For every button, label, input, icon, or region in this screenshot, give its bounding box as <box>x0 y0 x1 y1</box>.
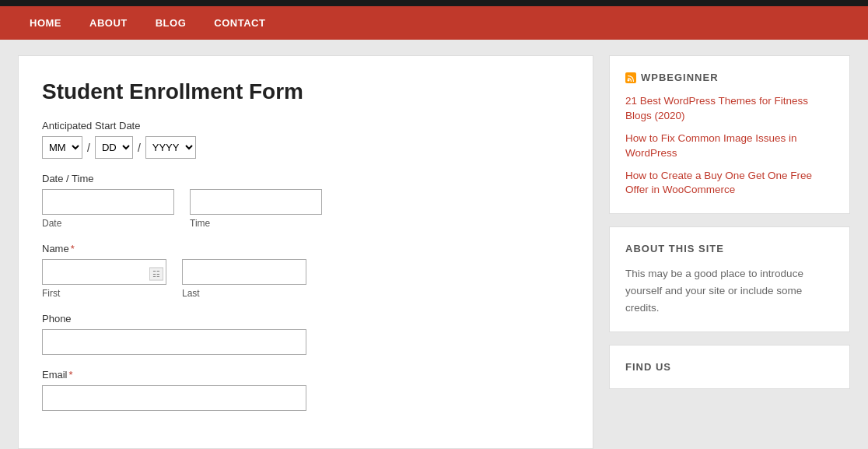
phone-input[interactable] <box>42 329 306 355</box>
nav-link-home[interactable]: HOME <box>16 6 75 40</box>
name-icon[interactable]: ☷ <box>149 267 163 280</box>
first-sublabel: First <box>42 288 166 299</box>
first-name-wrapper: ☷ <box>42 259 166 288</box>
name-required-star: * <box>71 243 75 254</box>
email-section: Email* <box>42 369 569 411</box>
find-us-widget: FIND US <box>609 345 850 389</box>
datetime-row: Date Time <box>42 189 569 229</box>
rss-icon <box>625 72 636 83</box>
nav-link-contact[interactable]: CONTACT <box>200 6 279 40</box>
last-name-col: Last <box>182 259 306 299</box>
first-name-col: ☷ First <box>42 259 166 299</box>
sidebar-link-1[interactable]: 21 Best WordPress Themes for Fitness Blo… <box>625 95 808 121</box>
time-sublabel: Time <box>190 218 322 229</box>
sidebar-link-3[interactable]: How to Create a Buy One Get One Free Off… <box>625 170 812 196</box>
page-wrapper: Student Enrollment Form Anticipated Star… <box>6 40 862 449</box>
name-label: Name* <box>42 243 569 254</box>
phone-section: Phone <box>42 313 569 355</box>
svg-point-0 <box>628 79 630 81</box>
sidebar-link-2[interactable]: How to Fix Common Image Issues in WordPr… <box>625 132 797 159</box>
datetime-section: Date / Time Date Time <box>42 173 569 229</box>
anticipated-start-date-section: Anticipated Start Date MM 01020304 05060… <box>42 120 569 159</box>
last-name-input[interactable] <box>182 259 306 285</box>
nav-link-blog[interactable]: BLOG <box>142 6 201 40</box>
anticipated-start-date-label: Anticipated Start Date <box>42 120 569 132</box>
main-nav: HOME ABOUT BLOG CONTACT <box>0 6 868 40</box>
date-separator-1: / <box>87 142 90 154</box>
date-separator-2: / <box>138 142 141 154</box>
nav-link-about[interactable]: ABOUT <box>75 6 142 40</box>
time-input[interactable] <box>190 189 322 215</box>
time-col: Time <box>190 189 322 229</box>
phone-label: Phone <box>42 313 569 324</box>
sidebar-link-item-3[interactable]: How to Create a Buy One Get One Free Off… <box>625 169 834 198</box>
sidebar: WPBEGINNER 21 Best WordPress Themes for … <box>609 55 850 449</box>
about-title: ABOUT THIS SITE <box>625 243 834 254</box>
name-section: Name* ☷ First Last <box>42 243 569 299</box>
nav-item-blog[interactable]: BLOG <box>142 6 201 40</box>
last-sublabel: Last <box>182 288 306 299</box>
rss-label: WPBEGINNER <box>641 72 719 83</box>
name-row: ☷ First Last <box>42 259 569 299</box>
date-input[interactable] <box>42 189 174 215</box>
first-name-input[interactable] <box>42 259 166 285</box>
about-text: This may be a good place to introduce yo… <box>625 265 834 316</box>
rss-title-row: WPBEGINNER <box>625 72 834 83</box>
date-sublabel: Date <box>42 218 174 229</box>
rss-widget: WPBEGINNER 21 Best WordPress Themes for … <box>609 55 850 214</box>
main-content: Student Enrollment Form Anticipated Star… <box>18 55 593 449</box>
about-widget: ABOUT THIS SITE This may be a good place… <box>609 226 850 332</box>
nav-item-home[interactable]: HOME <box>16 6 75 40</box>
top-bar <box>0 0 868 6</box>
day-select[interactable]: DD 01020304 05060708 09101520 25283031 <box>95 136 133 159</box>
nav-item-about[interactable]: ABOUT <box>75 6 142 40</box>
email-label: Email* <box>42 369 569 381</box>
date-col: Date <box>42 189 174 229</box>
form-title: Student Enrollment Form <box>42 79 569 104</box>
sidebar-link-item-2[interactable]: How to Fix Common Image Issues in WordPr… <box>625 132 834 161</box>
month-select[interactable]: MM 01020304 05060708 09101112 <box>42 136 82 159</box>
datetime-label: Date / Time <box>42 173 569 184</box>
find-us-title: FIND US <box>625 361 834 373</box>
sidebar-links: 21 Best WordPress Themes for Fitness Blo… <box>625 94 834 198</box>
sidebar-link-item-1[interactable]: 21 Best WordPress Themes for Fitness Blo… <box>625 94 834 124</box>
nav-item-contact[interactable]: CONTACT <box>200 6 279 40</box>
year-select[interactable]: YYYY 202020212022 202320242025 <box>145 136 196 159</box>
date-selects: MM 01020304 05060708 09101112 / DD 01020… <box>42 136 569 159</box>
email-input[interactable] <box>42 385 306 411</box>
email-required-star: * <box>69 369 73 381</box>
